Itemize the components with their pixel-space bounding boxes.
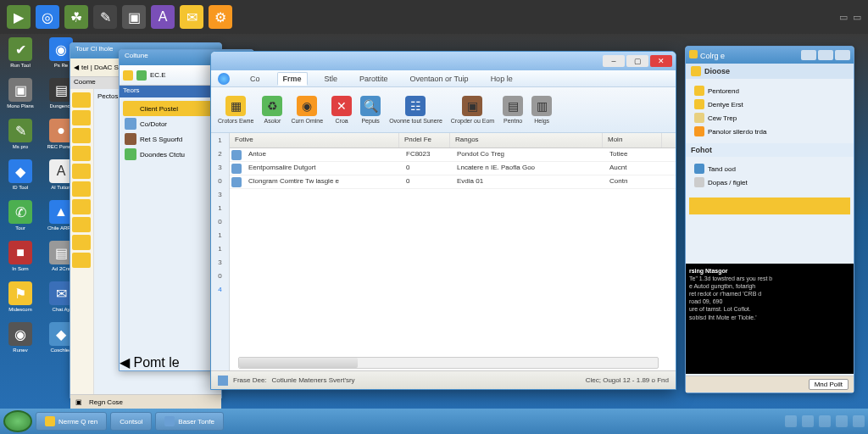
action-icon: ▣	[462, 96, 482, 116]
ribbon-button[interactable]: ☷Ovonne tout Sunere	[389, 96, 442, 124]
column-header[interactable]: Pndel Fe	[399, 133, 450, 147]
window-titlebar[interactable]: Colrg e	[686, 47, 854, 64]
launcher-icon-7[interactable]: ✉	[180, 5, 203, 29]
launcher-icon-5[interactable]: ▣	[122, 5, 146, 29]
folder-icon[interactable]	[72, 146, 91, 161]
table-row[interactable]: Antoe FC8023 Pondot Co Treg Totiee	[230, 148, 676, 162]
console-line: ure of tamst. Lot Coflot.	[689, 305, 850, 313]
folder-icon[interactable]	[72, 92, 91, 108]
folder-icon[interactable]	[72, 253, 91, 268]
ribbon-button[interactable]: ▤Pentno	[503, 96, 523, 124]
panel-item[interactable]: Pentorend	[691, 84, 849, 97]
close-button[interactable]	[835, 50, 850, 60]
bg-sidebar	[70, 89, 94, 394]
status-icon	[218, 376, 228, 386]
folder-icon[interactable]	[72, 128, 91, 143]
desktop-icon[interactable]: ▣Mono Plans	[3, 78, 37, 115]
sys-icon[interactable]: ▭	[853, 12, 861, 23]
ribbon-button[interactable]: ✕Croa	[331, 96, 352, 124]
menu-tab[interactable]: Parottite	[354, 73, 393, 85]
ribbon-button[interactable]: ◉Curn Omine	[291, 96, 323, 124]
cell: Clongram Comtire Tw lasgle e	[243, 175, 401, 188]
panel-item[interactable]: Dopas / figlet	[691, 175, 849, 189]
menubar: Co Frme Stle Parottite Oventaon or Tuip …	[211, 70, 676, 87]
sys-icon[interactable]: ▭	[839, 12, 848, 23]
taskbar-button[interactable]: Baser Tonfe	[155, 412, 224, 431]
desktop-icon[interactable]: ✎Ms pro	[3, 119, 37, 156]
cell: 0	[401, 162, 452, 175]
desktop-icon[interactable]: ◉Runev	[3, 322, 37, 359]
horizontal-scrollbar[interactable]	[238, 357, 659, 369]
ribbon-button[interactable]: ♻Asolor	[262, 96, 282, 124]
ruler-num: 3	[218, 164, 221, 175]
start-button[interactable]	[3, 410, 32, 432]
panel-item[interactable]: Cew Trep	[691, 111, 849, 125]
taskbar-button[interactable]: Nerme Q ren	[36, 412, 107, 431]
launcher-icon-2[interactable]: ◎	[36, 5, 59, 29]
menu-tab[interactable]: Stle	[320, 73, 343, 85]
search-icon: 🔍	[360, 96, 381, 116]
tray-icon[interactable]	[802, 415, 814, 427]
ribbon-button[interactable]: ▦Crotors Ewne	[218, 96, 253, 124]
tray-icon[interactable]	[819, 415, 831, 427]
taskbar-button[interactable]: Contsol	[110, 412, 152, 431]
folder-icon[interactable]	[72, 110, 91, 125]
folder-icon[interactable]	[72, 217, 91, 232]
scrollbar-thumb[interactable]	[239, 358, 358, 368]
menu-tab-active[interactable]: Frme	[277, 72, 308, 86]
row-icon	[231, 150, 242, 160]
launcher-icon-1[interactable]: ▶	[7, 5, 31, 29]
action-icon: ◉	[297, 96, 317, 116]
app-orb-icon[interactable]	[218, 73, 230, 85]
panel-item[interactable]: Dentye Erst	[691, 97, 849, 111]
desktop-icon[interactable]: ✆Tour	[3, 200, 37, 237]
close-button[interactable]: ✕	[650, 55, 672, 67]
ruler-num: 3	[218, 191, 221, 203]
menu-tab[interactable]: Hop le	[486, 73, 518, 85]
minimize-button[interactable]	[801, 50, 816, 60]
window-titlebar[interactable]: – ▢ ✕	[211, 52, 676, 70]
minimize-button[interactable]: –	[603, 55, 625, 67]
toolbar-icon[interactable]	[123, 70, 133, 81]
maximize-button[interactable]: ▢	[626, 55, 648, 67]
column-header[interactable]: Fotive	[230, 133, 399, 147]
panel-item[interactable]: Tand ood	[691, 162, 849, 175]
launcher-icon-4[interactable]: ✎	[93, 5, 117, 29]
panel-item[interactable]: Panolor sllerdo trda	[691, 125, 849, 138]
tray-icon[interactable]	[836, 415, 848, 427]
maximize-button[interactable]	[818, 50, 833, 60]
tray-icon[interactable]	[785, 415, 797, 427]
toolbar-icon[interactable]	[136, 70, 147, 81]
data-grid: Fotive Pndel Fe Rangos Moin Antoe FC8023…	[230, 133, 676, 370]
ruler-num: 0	[218, 272, 221, 284]
menu-tab[interactable]: Co	[245, 73, 265, 85]
column-header[interactable]: Moin	[603, 133, 662, 147]
table-row[interactable]: Eentpomsalire Dutgort 0 Lncatere n IE. P…	[230, 162, 676, 175]
folder-icon[interactable]	[72, 181, 91, 197]
column-header[interactable]: Rangos	[450, 133, 603, 147]
folder-icon[interactable]	[72, 235, 91, 250]
launcher-icon-6[interactable]: A	[151, 5, 175, 29]
folder-icon[interactable]	[72, 164, 91, 179]
table-row[interactable]: Clongram Comtire Tw lasgle e 0 Evdia 01 …	[230, 175, 676, 189]
ribbon-button[interactable]: ▥Heigs	[531, 96, 552, 124]
tray-icon[interactable]	[853, 415, 865, 427]
folder-icon[interactable]	[72, 199, 91, 214]
desktop-icon[interactable]: ◆ID Tool	[3, 159, 37, 197]
cell: 0	[401, 175, 452, 188]
ribbon-button[interactable]: 🔍Pepuis	[360, 96, 381, 124]
launcher-icon-8[interactable]: ⚙	[209, 5, 232, 29]
desktop-icon[interactable]: ■In Sorn	[3, 241, 37, 278]
main-statusbar: Frase Dee: Cotlunle Mateners Svert'sry C…	[211, 370, 676, 389]
desktop-icon[interactable]: ⚑Midescom	[3, 281, 37, 319]
cell: Contn	[604, 175, 664, 188]
back-icon[interactable]: ◀	[120, 355, 130, 370]
ribbon-button[interactable]: ▣Cropder ou Eom	[451, 96, 494, 124]
cell: Eentpomsalire Dutgort	[243, 162, 401, 175]
launcher-icon-3[interactable]: ☘	[64, 5, 88, 29]
back-icon[interactable]: ◀	[74, 64, 79, 71]
status-button[interactable]: Mnd Poilt	[809, 379, 849, 390]
desktop-icon[interactable]: ✔Run Tool	[3, 37, 37, 75]
delete-icon: ✕	[331, 96, 352, 116]
menu-tab[interactable]: Oventaon or Tuip	[405, 73, 474, 85]
